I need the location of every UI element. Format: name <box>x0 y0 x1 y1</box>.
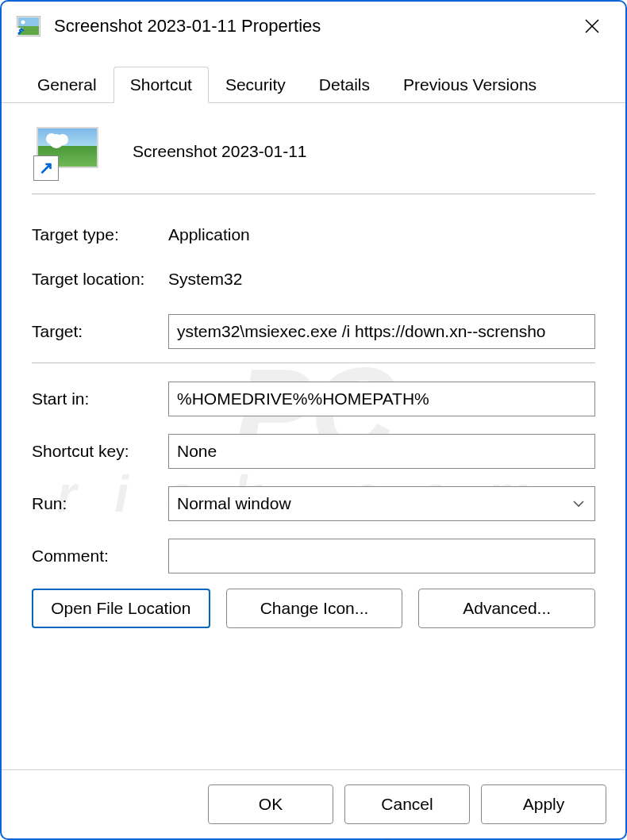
tab-content: PC risk.com ↗ Screenshot 2023-01-11 Targ… <box>2 103 625 769</box>
row-shortcut-key: Shortcut key: <box>32 430 595 473</box>
label-start-in: Start in: <box>32 389 168 408</box>
row-start-in: Start in: <box>32 378 595 420</box>
file-name[interactable]: Screenshot 2023-01-11 <box>133 142 307 161</box>
value-target-type: Application <box>168 225 250 244</box>
label-target: Target: <box>32 322 168 341</box>
apply-button[interactable]: Apply <box>481 784 606 824</box>
start-in-input[interactable] <box>168 382 595 416</box>
row-comment: Comment: <box>32 535 595 577</box>
action-button-row: Open File Location Change Icon... Advanc… <box>32 589 595 628</box>
tab-shortcut[interactable]: Shortcut <box>113 67 209 103</box>
svg-rect-2 <box>18 26 39 35</box>
advanced-button[interactable]: Advanced... <box>418 589 595 628</box>
ok-button[interactable]: OK <box>208 784 333 824</box>
tab-previous-versions[interactable]: Previous Versions <box>387 67 553 103</box>
row-target-type: Target type: Application <box>32 213 595 256</box>
value-target-location: System32 <box>168 270 242 289</box>
separator <box>32 362 595 363</box>
window-title: Screenshot 2023-01-11 Properties <box>54 16 321 36</box>
tab-details[interactable]: Details <box>302 67 387 103</box>
row-target: Target: <box>32 310 595 353</box>
cancel-button[interactable]: Cancel <box>344 784 470 824</box>
run-select[interactable] <box>168 486 595 521</box>
target-input[interactable] <box>168 314 595 349</box>
tab-general[interactable]: General <box>21 67 113 103</box>
dialog-footer: OK Cancel Apply <box>2 769 625 838</box>
tab-strip: General Shortcut Security Details Previo… <box>2 65 625 103</box>
label-target-location: Target location: <box>32 270 168 289</box>
label-shortcut-key: Shortcut key: <box>32 442 168 461</box>
row-run: Run: <box>32 482 595 525</box>
shortcut-key-input[interactable] <box>168 434 595 469</box>
tab-security[interactable]: Security <box>209 67 302 103</box>
titlebar: Screenshot 2023-01-11 Properties <box>2 2 625 51</box>
change-icon-button[interactable]: Change Icon... <box>226 589 403 628</box>
file-type-icon <box>14 12 43 40</box>
file-header: ↗ Screenshot 2023-01-11 <box>32 119 595 194</box>
shortcut-overlay-icon: ↗ <box>33 155 59 181</box>
svg-point-3 <box>21 21 25 25</box>
label-target-type: Target type: <box>32 225 168 244</box>
open-file-location-button[interactable]: Open File Location <box>32 589 210 628</box>
properties-dialog: Screenshot 2023-01-11 Properties General… <box>0 0 627 840</box>
label-comment: Comment: <box>32 547 168 566</box>
close-button[interactable] <box>571 10 613 42</box>
row-target-location: Target location: System32 <box>32 258 595 301</box>
label-run: Run: <box>32 494 168 513</box>
shortcut-file-icon: ↗ <box>37 127 104 176</box>
comment-input[interactable] <box>168 539 595 573</box>
